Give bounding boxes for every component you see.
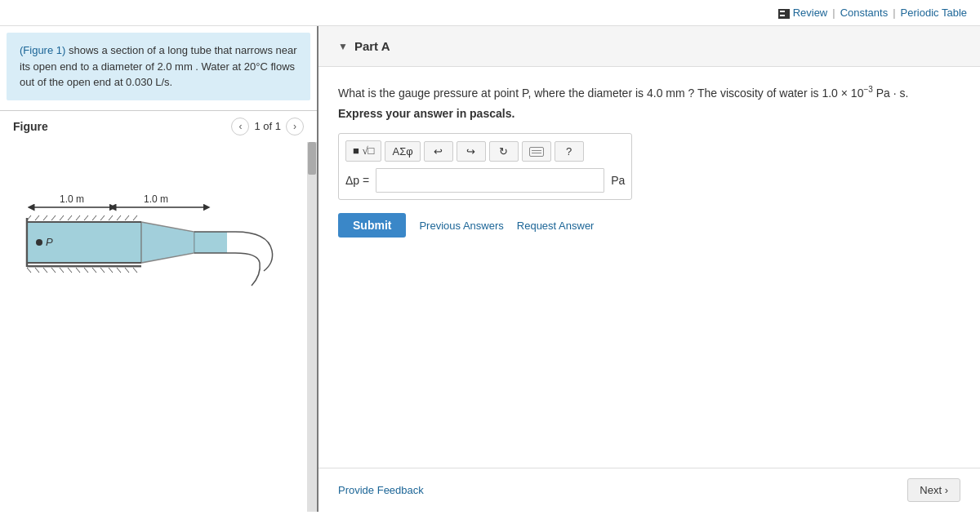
keyboard-icon	[529, 147, 544, 157]
refresh-btn[interactable]: ↻	[489, 141, 519, 162]
action-row: Submit Previous Answers Request Answer	[338, 213, 960, 238]
svg-line-24	[68, 268, 72, 273]
sqrt-symbol: √□	[362, 144, 374, 157]
part-header[interactable]: ▼ Part A	[338, 39, 960, 53]
svg-line-25	[76, 268, 80, 273]
figure-area: 1.0 m 1.0 m	[0, 142, 317, 513]
svg-line-31	[125, 268, 129, 273]
svg-line-35	[43, 215, 47, 220]
redo-icon: ↪	[466, 145, 475, 158]
input-row: Δp = Pa	[345, 168, 625, 193]
svg-line-19	[27, 268, 31, 273]
sep2: |	[893, 7, 895, 19]
figure-scrollbar[interactable]	[307, 142, 317, 513]
svg-point-15	[36, 239, 42, 246]
help-icon: ?	[566, 145, 572, 158]
express-label: Express your answer in pascals.	[338, 107, 960, 120]
keyboard-btn[interactable]	[522, 141, 551, 162]
svg-line-36	[51, 215, 56, 220]
svg-rect-1	[780, 11, 785, 12]
svg-line-41	[92, 215, 96, 220]
review-link[interactable]: Review	[793, 7, 828, 19]
svg-line-32	[133, 268, 137, 273]
figure-header: Figure ‹ 1 of 1 ›	[0, 110, 317, 142]
svg-line-29	[109, 268, 113, 273]
figure-scrollbar-thumb[interactable]	[308, 142, 316, 175]
tube-svg: 1.0 m 1.0 m	[15, 157, 292, 320]
previous-answers-link[interactable]: Previous Answers	[419, 220, 503, 232]
svg-rect-12	[194, 232, 227, 253]
greek-icon: ΑΣφ	[392, 145, 412, 158]
svg-line-27	[92, 268, 96, 273]
question-text: What is the gauge pressure at point P, w…	[338, 83, 960, 102]
svg-line-20	[35, 268, 39, 273]
svg-rect-10	[28, 223, 141, 262]
undo-btn[interactable]: ↩	[424, 141, 453, 162]
exponent: −3	[863, 85, 872, 94]
part-section: ▼ Part A	[318, 26, 980, 67]
left-panel: (Figure 1) shows a section of a long tub…	[0, 26, 318, 512]
delta-label: Δp =	[345, 174, 369, 187]
math-toolbar: ■ √□ ΑΣφ ↩ ↪ ↻	[338, 133, 632, 200]
greek-btn[interactable]: ΑΣφ	[385, 141, 420, 162]
svg-line-37	[60, 215, 64, 220]
provide-feedback-link[interactable]: Provide Feedback	[338, 484, 424, 496]
svg-line-26	[84, 268, 88, 273]
periodic-table-link[interactable]: Periodic Table	[901, 7, 967, 19]
unit-label: Pa	[611, 174, 625, 187]
tube-figure: 1.0 m 1.0 m	[7, 157, 317, 322]
figure-page: 1 of 1	[254, 120, 281, 132]
request-answer-link[interactable]: Request Answer	[517, 220, 595, 232]
part-arrow-icon: ▼	[338, 41, 348, 52]
answer-input[interactable]	[376, 168, 604, 193]
svg-line-46	[133, 215, 137, 220]
figure-title: Figure	[13, 120, 48, 133]
figure-nav: ‹ 1 of 1 ›	[231, 118, 304, 135]
svg-line-28	[100, 268, 105, 273]
main-layout: (Figure 1) shows a section of a long tub…	[0, 26, 980, 512]
figure-link[interactable]: (Figure 1)	[20, 44, 65, 56]
svg-line-22	[51, 268, 56, 273]
constants-link[interactable]: Constants	[840, 7, 889, 19]
redo-btn[interactable]: ↪	[457, 141, 486, 162]
question-units: Pa · s.	[876, 87, 909, 100]
next-button[interactable]: Next ›	[907, 478, 960, 502]
problem-text-box: (Figure 1) shows a section of a long tub…	[7, 33, 310, 100]
figure-prev-button[interactable]: ‹	[231, 118, 249, 135]
top-bar: Review | Constants | Periodic Table	[0, 0, 980, 26]
svg-line-23	[60, 268, 64, 273]
svg-rect-0	[778, 9, 790, 19]
svg-text:P: P	[46, 236, 53, 248]
svg-line-44	[117, 215, 121, 220]
toolbar-row: ■ √□ ΑΣφ ↩ ↪ ↻	[345, 140, 625, 162]
sep1: |	[832, 7, 835, 19]
figure-next-button[interactable]: ›	[286, 118, 304, 135]
svg-line-38	[68, 215, 72, 220]
svg-marker-11	[141, 222, 194, 263]
svg-line-39	[76, 215, 80, 220]
right-panel: ▼ Part A What is the gauge pressure at p…	[318, 26, 980, 512]
svg-line-43	[109, 215, 113, 220]
part-label: Part A	[354, 39, 390, 53]
svg-line-40	[84, 215, 88, 220]
svg-line-42	[100, 215, 105, 220]
question-area: What is the gauge pressure at point P, w…	[318, 67, 980, 468]
help-btn[interactable]: ?	[555, 141, 584, 162]
svg-text:1.0 m: 1.0 m	[60, 193, 84, 205]
svg-text:1.0 m: 1.0 m	[144, 193, 168, 205]
svg-rect-2	[780, 15, 785, 16]
svg-line-21	[43, 268, 47, 273]
sqrt-icon: ■	[353, 144, 359, 157]
svg-line-45	[125, 215, 129, 220]
undo-icon: ↩	[434, 145, 443, 158]
refresh-icon: ↻	[499, 145, 508, 158]
sqrt-btn[interactable]: ■ √□	[345, 140, 381, 162]
svg-line-30	[117, 268, 121, 273]
svg-line-34	[35, 215, 39, 220]
bottom-bar: Provide Feedback Next ›	[318, 468, 980, 512]
submit-button[interactable]: Submit	[338, 213, 406, 238]
review-icon	[778, 7, 793, 19]
